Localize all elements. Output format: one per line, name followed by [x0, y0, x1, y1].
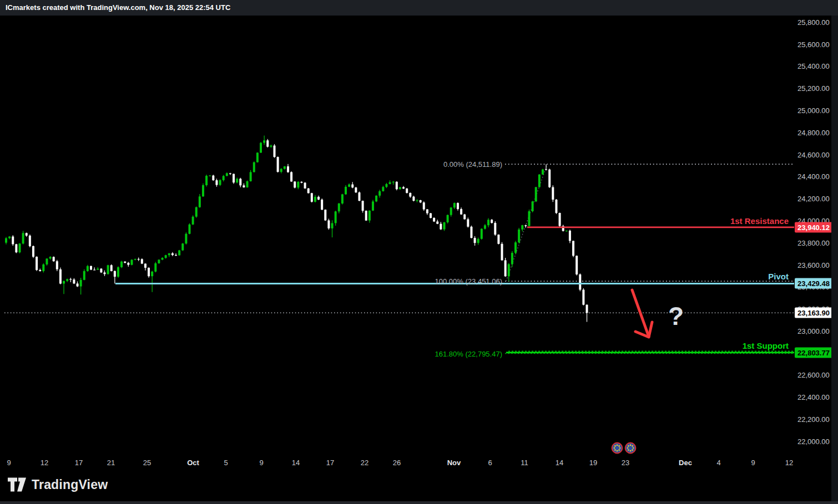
- candle-body: [555, 200, 557, 213]
- candle-body: [273, 145, 275, 157]
- time-axis-tick: 6: [488, 459, 492, 467]
- candle-body: [188, 225, 190, 234]
- eu-flag-star: [633, 447, 634, 449]
- candle-body: [545, 170, 547, 170]
- candle-body: [569, 231, 571, 241]
- candle-body: [443, 222, 445, 230]
- candle-body: [294, 181, 296, 187]
- resistance-price-badge: 23,940.12: [795, 222, 832, 232]
- eu-flag-star: [617, 445, 618, 446]
- eu-flag-star: [632, 445, 633, 447]
- candle-body: [586, 305, 588, 313]
- candle-body: [117, 267, 119, 277]
- time-axis-tick: 9: [7, 459, 11, 467]
- eu-flag-star: [617, 450, 618, 452]
- candle-body: [497, 235, 499, 244]
- candle-body: [457, 203, 459, 209]
- candle-body: [73, 279, 75, 283]
- candle-body: [209, 176, 211, 176]
- candle-body: [327, 220, 330, 228]
- support-label: 1st Support: [743, 340, 789, 350]
- eu-economic-event[interactable]: [612, 443, 623, 454]
- candle-body: [39, 270, 41, 271]
- candle-body: [412, 197, 415, 201]
- candle-body: [215, 180, 218, 185]
- candle-body: [368, 211, 371, 221]
- frame-right-strip: [831, 16, 838, 504]
- price-axis-tick: 23,600.00: [797, 261, 830, 269]
- candle-body: [161, 258, 164, 259]
- frame-bottom-strip: [0, 501, 838, 504]
- time-axis-tick: 9: [259, 459, 263, 467]
- candle-body: [127, 263, 129, 265]
- candle-body: [362, 201, 364, 211]
- tradingview-logo: TradingView: [8, 477, 108, 492]
- price-chart-pane[interactable]: [0, 0, 838, 504]
- candle-body: [576, 256, 578, 274]
- economic-event-icons[interactable]: [612, 443, 636, 454]
- candle-body: [195, 207, 198, 217]
- candle-body: [341, 194, 344, 203]
- candle-body: [277, 157, 279, 172]
- price-axis-tick: 22,200.00: [797, 415, 830, 423]
- candle-body: [297, 182, 299, 188]
- time-axis-tick: 17: [75, 459, 83, 467]
- candle-body: [266, 140, 269, 146]
- candle-body: [514, 242, 517, 253]
- candle-body: [477, 239, 479, 243]
- candle-body: [559, 213, 561, 226]
- price-axis-tick: 24,600.00: [797, 150, 830, 159]
- candle-body: [532, 201, 534, 211]
- candle-body: [396, 182, 398, 189]
- candle-body: [321, 200, 323, 210]
- candle-body: [290, 172, 292, 181]
- candle-body: [32, 246, 34, 257]
- candle-body: [8, 237, 11, 238]
- eu-flag-star: [619, 447, 621, 449]
- candle-body: [134, 259, 137, 259]
- candle-body: [148, 268, 150, 276]
- candle-body: [287, 166, 289, 172]
- fib-161-percent-label: 161.80% (22,795.47): [435, 349, 502, 358]
- candle-body: [158, 259, 160, 263]
- candle-body: [93, 269, 95, 270]
- candle-body: [314, 197, 316, 202]
- candle-body: [538, 175, 541, 187]
- candle-body: [165, 255, 167, 258]
- candle-body: [440, 224, 442, 230]
- candle-body: [470, 227, 472, 238]
- price-axis-tick: 24,400.00: [797, 172, 830, 181]
- candle-body: [77, 283, 79, 286]
- candle-body: [233, 174, 235, 183]
- candle-body: [66, 279, 68, 281]
- support-price-badge: 22,803.77: [795, 347, 832, 358]
- candle-body: [487, 220, 489, 225]
- candle-body: [521, 225, 523, 230]
- eu-flag-star: [632, 449, 633, 451]
- candle-body: [223, 176, 225, 180]
- candle-body: [348, 185, 350, 187]
- pivot-price-badge: 23,429.48: [795, 278, 832, 289]
- candle-body: [484, 225, 486, 228]
- candle-body: [110, 265, 113, 271]
- candle-body: [566, 231, 568, 231]
- time-axis-tick: 5: [224, 459, 228, 467]
- candle-body: [18, 243, 21, 252]
- candle-body: [83, 271, 85, 280]
- candle-body: [12, 237, 14, 245]
- candle-body: [423, 202, 425, 209]
- fib-100-percent-label: 100.00% (23,451.06): [435, 277, 502, 286]
- candle-body: [141, 259, 143, 263]
- candle-body: [46, 258, 48, 264]
- candle-body: [331, 223, 334, 228]
- arrow-shaft: [632, 290, 649, 337]
- candle-body: [572, 241, 574, 256]
- eu-economic-event[interactable]: [625, 443, 636, 454]
- candle-body: [508, 264, 510, 276]
- eu-flag-circle: [625, 443, 636, 454]
- level-lines: [115, 227, 794, 353]
- eu-flag-star: [627, 447, 629, 449]
- candle-body: [389, 182, 391, 184]
- eu-flag-star: [628, 445, 629, 447]
- price-axis-tick: 23,800.00: [797, 238, 830, 247]
